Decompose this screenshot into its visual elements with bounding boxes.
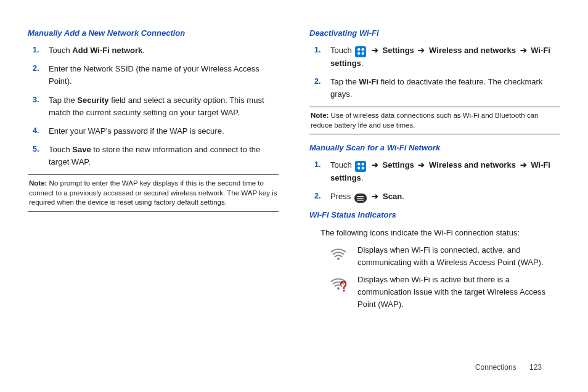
status-row-connected: Displays when Wi-Fi is connected, active…	[328, 244, 560, 269]
step-number: 1.	[309, 44, 330, 70]
heading-manual-add: Manually Add a New Network Connection	[28, 27, 279, 39]
step-text: Touch Add Wi-Fi network.	[49, 44, 279, 57]
wifi-connected-icon	[328, 244, 349, 261]
right-column: Deactivating Wi-Fi 1. Touch ➔ Settings ➔…	[309, 25, 560, 314]
svg-point-11	[337, 258, 340, 260]
step-text: Tap the Security field and select a secu…	[49, 94, 279, 119]
wifi-issue-icon	[328, 274, 349, 292]
svg-point-4	[357, 163, 360, 165]
steps-manual-add: 1. Touch Add Wi-Fi network. 2. Enter the…	[28, 44, 279, 168]
note-wap-key: Note: No prompt to enter the WAP key dis…	[28, 174, 279, 212]
footer-section: Connections	[475, 363, 517, 372]
note-label: Note:	[311, 112, 329, 119]
svg-point-0	[357, 48, 360, 51]
status-intro: The following icons indicate the Wi-Fi c…	[309, 227, 560, 239]
svg-rect-10	[357, 200, 364, 200]
step-number: 2.	[309, 190, 330, 203]
step-text: Touch ➔ Settings ➔ Wireless and networks…	[330, 159, 560, 184]
page-footer: Connections 123	[475, 362, 542, 374]
heading-deactivating: Deactivating Wi-Fi	[309, 27, 560, 39]
step-number: 1.	[309, 159, 330, 184]
footer-page-number: 123	[529, 363, 542, 372]
status-text: Displays when Wi-Fi is connected, active…	[357, 244, 560, 269]
step-number: 1.	[28, 44, 49, 57]
step-text: Touch ➔ Settings ➔ Wireless and networks…	[330, 44, 560, 70]
svg-point-5	[361, 163, 364, 165]
status-text: Displays when Wi-Fi is active but there …	[357, 274, 560, 311]
steps-deactivate: 1. Touch ➔ Settings ➔ Wireless and netwo…	[309, 44, 560, 100]
note-body: Use of wireless data connections such as…	[311, 112, 538, 129]
step-text: Touch Save to store the new information …	[49, 144, 279, 168]
note-label: Note:	[29, 179, 47, 187]
svg-point-6	[357, 167, 360, 169]
menu-icon	[354, 194, 367, 203]
step-text: Press ➔ Scan.	[330, 190, 560, 203]
apps-icon	[355, 161, 366, 172]
step-number: 2.	[309, 76, 330, 100]
step-text: Enter the Network SSID (the name of your…	[49, 63, 279, 88]
step-text: Tap the Wi-Fi field to deactivate the fe…	[330, 76, 560, 100]
svg-point-1	[361, 48, 364, 51]
svg-point-13	[343, 290, 345, 292]
step-number: 2.	[28, 63, 49, 88]
apps-icon	[355, 46, 366, 57]
heading-status-indicators: Wi-Fi Status Indicators	[309, 209, 560, 221]
heading-manual-scan: Manually Scan for a Wi-Fi Network	[309, 142, 560, 154]
step-number: 3.	[28, 94, 49, 119]
step-number: 5.	[28, 144, 49, 168]
svg-point-7	[361, 167, 364, 169]
note-battery: Note: Use of wireless data connections s…	[309, 107, 560, 134]
step-number: 4.	[28, 125, 49, 137]
steps-scan: 1. Touch ➔ Settings ➔ Wireless and netwo…	[309, 159, 560, 203]
svg-point-3	[361, 52, 364, 55]
left-column: Manually Add a New Network Connection 1.…	[28, 25, 279, 314]
svg-rect-8	[357, 196, 364, 197]
svg-rect-9	[357, 198, 364, 198]
svg-point-2	[357, 52, 360, 55]
svg-point-12	[337, 287, 340, 290]
note-body: No prompt to enter the WAP key displays …	[29, 179, 277, 206]
step-text: Enter your WAP's password if the WAP is …	[49, 125, 279, 137]
status-row-issue: Displays when Wi-Fi is active but there …	[328, 274, 560, 311]
